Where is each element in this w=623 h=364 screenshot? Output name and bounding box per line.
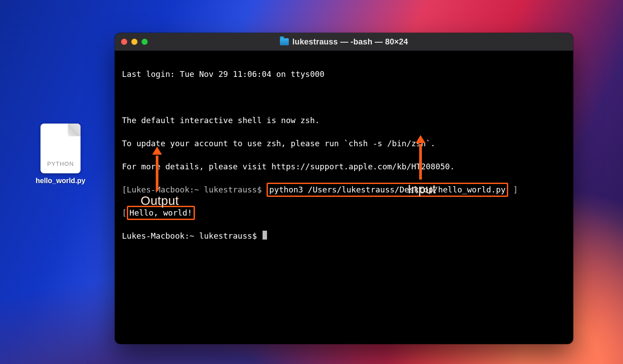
terminal-line: [Hello, world! [122,207,566,219]
prompt-text: Lukes-Macbook:~ lukestrauss$ [122,231,262,240]
input-highlight: python3 /Users/lukestrauss/Desktop/hello… [267,183,508,197]
prompt-close-bracket: ] [508,185,518,194]
file-icon: PYTHON [40,124,81,173]
terminal-body[interactable]: Last login: Tue Nov 29 11:06:04 on ttys0… [115,51,573,271]
terminal-line: To update your account to use zsh, pleas… [122,138,566,149]
terminal-line [122,92,566,103]
desktop-file-hello-world[interactable]: PYTHON hello_world.py [34,124,87,185]
prompt-open-bracket: [Lukes-Macbook:~ lukestrauss$ [122,185,267,194]
prompt-open-bracket: [ [122,208,127,217]
folder-icon [280,38,289,45]
arrow-icon [156,156,158,191]
terminal-line: [Lukes-Macbook:~ lukestrauss$ python3 /U… [122,184,566,196]
window-title: lukestrauss — -bash — 80×24 [292,37,408,47]
terminal-line: Last login: Tue Nov 29 11:06:04 on ttys0… [122,68,566,80]
terminal-window[interactable]: lukestrauss — -bash — 80×24 Last login: … [115,33,573,344]
window-controls [115,39,148,45]
annotation-output: Output [135,194,184,208]
file-label: hello_world.py [34,177,87,185]
zoom-icon[interactable] [142,39,148,45]
terminal-line: The default interactive shell is now zsh… [122,115,566,126]
close-icon[interactable] [121,39,127,45]
file-type-badge: PYTHON [40,160,81,167]
terminal-line: Lukes-Macbook:~ lukestrauss$ [122,230,566,242]
minimize-icon[interactable] [131,39,138,45]
window-titlebar[interactable]: lukestrauss — -bash — 80×24 [115,33,573,51]
cursor-block [263,231,267,240]
arrow-icon [419,144,422,180]
terminal-line: For more details, please visit https://s… [122,161,566,172]
annotation-input: Input [400,182,444,196]
